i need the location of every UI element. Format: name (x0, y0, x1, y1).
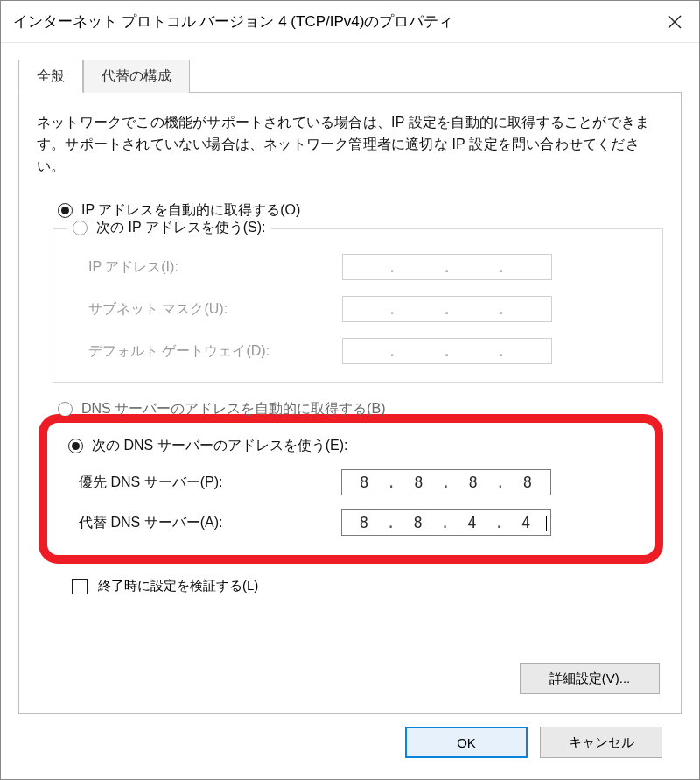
validate-checkbox-row[interactable]: 終了時に設定を検証する(L) (72, 578, 663, 594)
radio-icon (58, 203, 73, 218)
tab-strip: 全般 代替の構成 (18, 59, 682, 93)
checkbox-icon (72, 579, 88, 594)
radio-ip-manual-label: 次の IP アドレスを使う(S): (96, 219, 266, 237)
ip-manual-group: 次の IP アドレスを使う(S): IP アドレス(I): ... サブネット … (52, 228, 663, 383)
window-title: インターネット プロトコル バージョン 4 (TCP/IPv4)のプロパティ (13, 11, 453, 32)
content-area: 全般 代替の構成 ネットワークでこの機能がサポートされている場合は、IP 設定を… (1, 43, 699, 779)
gateway-row: デフォルト ゲートウェイ(D): ... (88, 338, 650, 364)
radio-icon (73, 221, 88, 235)
dns-highlight-box: 次の DNS サーバーのアドレスを使う(E): 優先 DNS サーバー(P): … (38, 414, 663, 564)
alt-dns-row: 代替 DNS サーバー(A): 8. 8. 4. 4 (79, 509, 639, 536)
gateway-label: デフォルト ゲートウェイ(D): (88, 342, 342, 361)
intro-text: ネットワークでこの機能がサポートされている場合は、IP 設定を自動的に取得するこ… (37, 112, 663, 177)
radio-dns-auto-label: DNS サーバーのアドレスを自動的に取得する(B) (81, 402, 386, 416)
subnet-input[interactable]: ... (342, 296, 552, 322)
alt-dns-input[interactable]: 8. 8. 4. 4 (341, 509, 551, 536)
close-icon (668, 15, 682, 29)
alt-dns-label: 代替 DNS サーバー(A): (79, 514, 341, 532)
validate-label: 終了時に設定を検証する(L) (98, 578, 258, 594)
subnet-label: サブネット マスク(U): (88, 300, 342, 319)
pref-dns-input[interactable]: 8. 8. 8. 8 (341, 469, 551, 495)
tab-body-general: ネットワークでこの機能がサポートされている場合は、IP 設定を自動的に取得するこ… (18, 93, 682, 714)
dialog-footer: OK キャンセル (18, 714, 682, 772)
ip-address-row: IP アドレス(I): ... (88, 254, 650, 280)
radio-ip-auto[interactable]: IP アドレスを自動的に取得する(O) (58, 201, 663, 220)
ok-button[interactable]: OK (405, 727, 528, 758)
titlebar: インターネット プロトコル バージョン 4 (TCP/IPv4)のプロパティ (1, 1, 699, 43)
text-caret (546, 516, 547, 531)
radio-icon (68, 439, 83, 453)
advanced-button[interactable]: 詳細設定(V)... (520, 663, 660, 694)
radio-ip-auto-label: IP アドレスを自動的に取得する(O) (81, 201, 300, 220)
dialog-window: インターネット プロトコル バージョン 4 (TCP/IPv4)のプロパティ 全… (0, 0, 700, 780)
radio-dns-manual[interactable]: 次の DNS サーバーのアドレスを使う(E): (68, 437, 639, 455)
close-button[interactable] (650, 1, 699, 43)
radio-icon (58, 402, 73, 416)
gateway-input[interactable]: ... (342, 338, 552, 364)
pref-dns-label: 優先 DNS サーバー(P): (79, 474, 341, 492)
pref-dns-row: 優先 DNS サーバー(P): 8. 8. 8. 8 (79, 469, 639, 495)
tab-alternate[interactable]: 代替の構成 (83, 60, 190, 93)
tab-general[interactable]: 全般 (18, 60, 83, 93)
radio-ip-manual[interactable]: 次の IP アドレスを使う(S): (67, 219, 271, 237)
ip-address-input[interactable]: ... (342, 254, 552, 280)
radio-dns-manual-label: 次の DNS サーバーのアドレスを使う(E): (92, 437, 347, 455)
cancel-button[interactable]: キャンセル (540, 727, 662, 758)
ip-address-label: IP アドレス(I): (88, 258, 342, 277)
subnet-row: サブネット マスク(U): ... (88, 296, 650, 322)
